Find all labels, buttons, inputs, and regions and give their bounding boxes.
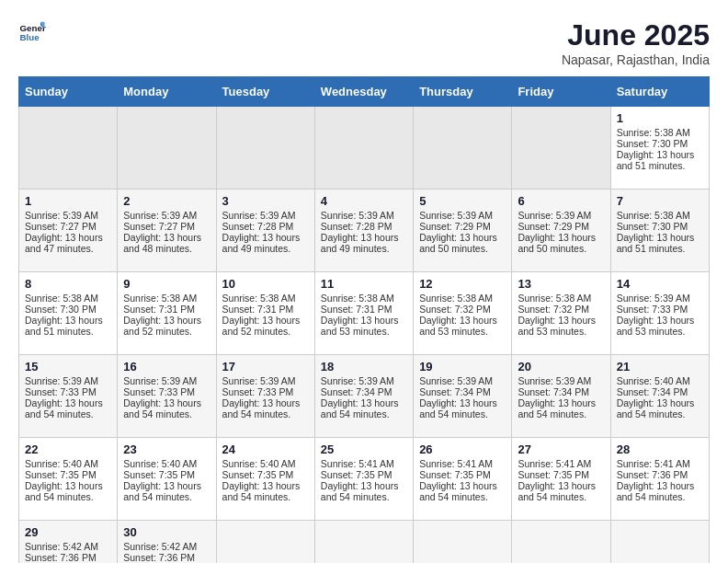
day-number: 21 <box>617 360 703 373</box>
sunset-text: Sunset: 7:34 PM <box>419 386 491 397</box>
day-number: 11 <box>321 277 407 291</box>
column-header-wednesday: Wednesday <box>314 77 413 107</box>
calendar-cell: 16Sunrise: 5:39 AMSunset: 7:33 PMDayligh… <box>118 355 216 438</box>
sunset-text: Sunset: 7:35 PM <box>25 469 97 480</box>
daylight-text: Daylight: 13 hours and 54 minutes. <box>617 397 695 419</box>
calendar-cell <box>512 107 610 190</box>
daylight-text: Daylight: 13 hours and 53 minutes. <box>617 315 695 337</box>
sunrise-text: Sunrise: 5:39 AM <box>321 210 394 221</box>
calendar-week-row: 22Sunrise: 5:40 AMSunset: 7:35 PMDayligh… <box>19 438 710 521</box>
sunset-text: Sunset: 7:31 PM <box>222 304 294 315</box>
daylight-text: Daylight: 13 hours and 54 minutes. <box>222 397 301 419</box>
sunset-text: Sunset: 7:30 PM <box>617 138 688 149</box>
daylight-text: Daylight: 13 hours and 54 minutes. <box>123 397 201 419</box>
daylight-text: Daylight: 13 hours and 51 minutes. <box>617 149 695 171</box>
day-number: 25 <box>321 442 407 456</box>
sunset-text: Sunset: 7:31 PM <box>123 304 195 315</box>
calendar-cell <box>19 107 118 190</box>
sunrise-text: Sunrise: 5:39 AM <box>25 375 98 386</box>
day-number: 3 <box>222 194 309 208</box>
sunset-text: Sunset: 7:36 PM <box>25 552 97 563</box>
sunset-text: Sunset: 7:35 PM <box>123 469 195 480</box>
daylight-text: Daylight: 13 hours and 54 minutes. <box>518 397 596 419</box>
day-number: 8 <box>25 277 111 291</box>
column-header-friday: Friday <box>512 77 610 107</box>
calendar-week-row: 1Sunrise: 5:38 AMSunset: 7:30 PMDaylight… <box>19 107 710 190</box>
daylight-text: Daylight: 13 hours and 54 minutes. <box>518 480 596 502</box>
calendar-cell: 6Sunrise: 5:39 AMSunset: 7:29 PMDaylight… <box>512 190 610 272</box>
sunrise-text: Sunrise: 5:39 AM <box>25 210 98 221</box>
sunset-text: Sunset: 7:33 PM <box>123 386 195 397</box>
calendar-cell: 17Sunrise: 5:39 AMSunset: 7:33 PMDayligh… <box>216 355 314 438</box>
calendar-cell: 9Sunrise: 5:38 AMSunset: 7:31 PMDaylight… <box>118 272 216 355</box>
daylight-text: Daylight: 13 hours and 53 minutes. <box>321 315 399 337</box>
daylight-text: Daylight: 13 hours and 54 minutes. <box>419 397 497 419</box>
page-header: General Blue June 2025 Napasar, Rajastha… <box>18 18 710 67</box>
day-number: 19 <box>419 360 506 373</box>
day-number: 18 <box>321 360 407 373</box>
column-header-saturday: Saturday <box>610 77 709 107</box>
sunset-text: Sunset: 7:32 PM <box>518 304 589 315</box>
sunrise-text: Sunrise: 5:39 AM <box>518 210 591 221</box>
daylight-text: Daylight: 13 hours and 54 minutes. <box>617 480 695 502</box>
calendar-cell: 5Sunrise: 5:39 AMSunset: 7:29 PMDaylight… <box>414 190 512 272</box>
column-header-tuesday: Tuesday <box>216 77 314 107</box>
day-number: 2 <box>123 194 210 208</box>
day-number: 20 <box>518 360 604 373</box>
day-number: 9 <box>123 277 210 291</box>
logo: General Blue <box>18 18 46 46</box>
day-number: 1 <box>617 111 703 125</box>
calendar-cell: 29Sunrise: 5:42 AMSunset: 7:36 PMDayligh… <box>19 521 118 564</box>
day-number: 27 <box>518 442 604 456</box>
daylight-text: Daylight: 13 hours and 54 minutes. <box>419 480 497 502</box>
sunset-text: Sunset: 7:31 PM <box>321 304 392 315</box>
day-number: 26 <box>419 442 506 456</box>
day-number: 28 <box>617 442 703 456</box>
daylight-text: Daylight: 13 hours and 54 minutes. <box>25 480 103 502</box>
svg-text:Blue: Blue <box>20 32 40 42</box>
daylight-text: Daylight: 13 hours and 49 minutes. <box>222 232 301 254</box>
calendar-cell <box>414 107 512 190</box>
sunrise-text: Sunrise: 5:38 AM <box>321 293 394 304</box>
sunset-text: Sunset: 7:33 PM <box>617 304 688 315</box>
calendar-cell: 22Sunrise: 5:40 AMSunset: 7:35 PMDayligh… <box>19 438 118 521</box>
calendar-cell: 24Sunrise: 5:40 AMSunset: 7:35 PMDayligh… <box>216 438 314 521</box>
calendar-cell: 19Sunrise: 5:39 AMSunset: 7:34 PMDayligh… <box>414 355 512 438</box>
day-number: 17 <box>222 360 309 373</box>
calendar-cell: 3Sunrise: 5:39 AMSunset: 7:28 PMDaylight… <box>216 190 314 272</box>
sunrise-text: Sunrise: 5:39 AM <box>123 210 197 221</box>
sunrise-text: Sunrise: 5:39 AM <box>518 375 591 386</box>
sunset-text: Sunset: 7:28 PM <box>321 221 392 232</box>
day-number: 7 <box>617 194 703 208</box>
calendar-cell <box>414 521 512 564</box>
calendar-cell: 8Sunrise: 5:38 AMSunset: 7:30 PMDaylight… <box>19 272 118 355</box>
day-number: 15 <box>25 360 111 373</box>
daylight-text: Daylight: 13 hours and 50 minutes. <box>419 232 497 254</box>
calendar-cell <box>118 107 216 190</box>
sunrise-text: Sunrise: 5:38 AM <box>617 210 690 221</box>
sunset-text: Sunset: 7:27 PM <box>25 221 97 232</box>
calendar-cell: 1Sunrise: 5:38 AMSunset: 7:30 PMDaylight… <box>610 107 709 190</box>
sunset-text: Sunset: 7:33 PM <box>25 386 97 397</box>
sunrise-text: Sunrise: 5:38 AM <box>25 293 98 304</box>
sunrise-text: Sunrise: 5:39 AM <box>321 375 394 386</box>
calendar-week-row: 15Sunrise: 5:39 AMSunset: 7:33 PMDayligh… <box>19 355 710 438</box>
sunset-text: Sunset: 7:35 PM <box>518 469 589 480</box>
calendar-cell <box>314 107 413 190</box>
sunset-text: Sunset: 7:29 PM <box>419 221 491 232</box>
calendar-cell: 26Sunrise: 5:41 AMSunset: 7:35 PMDayligh… <box>414 438 512 521</box>
daylight-text: Daylight: 13 hours and 52 minutes. <box>123 315 201 337</box>
calendar-cell: 21Sunrise: 5:40 AMSunset: 7:34 PMDayligh… <box>610 355 709 438</box>
daylight-text: Daylight: 13 hours and 54 minutes. <box>321 397 399 419</box>
day-number: 24 <box>222 442 309 456</box>
sunrise-text: Sunrise: 5:40 AM <box>222 458 296 469</box>
daylight-text: Daylight: 13 hours and 47 minutes. <box>25 232 103 254</box>
day-number: 16 <box>123 360 210 373</box>
sunrise-text: Sunrise: 5:41 AM <box>617 458 690 469</box>
column-header-thursday: Thursday <box>414 77 512 107</box>
day-number: 1 <box>25 194 111 208</box>
calendar-cell: 7Sunrise: 5:38 AMSunset: 7:30 PMDaylight… <box>610 190 709 272</box>
calendar-cell: 30Sunrise: 5:42 AMSunset: 7:36 PMDayligh… <box>118 521 216 564</box>
sunset-text: Sunset: 7:32 PM <box>419 304 491 315</box>
sunset-text: Sunset: 7:36 PM <box>617 469 688 480</box>
